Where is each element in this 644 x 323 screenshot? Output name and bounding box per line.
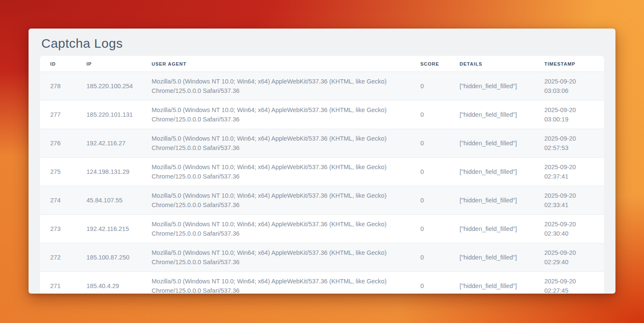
cell-timestamp: 2025-09-20 02:37:41 — [539, 157, 604, 186]
cell-timestamp: 2025-09-20 02:29:40 — [539, 243, 604, 271]
page-title: Captcha Logs — [41, 35, 603, 52]
cell-ip: 185.220.100.254 — [81, 72, 147, 100]
cell-user-agent: Mozilla/5.0 (Windows NT 10.0; Win64; x64… — [147, 186, 415, 214]
cell-details: ["hidden_field_filled"] — [454, 157, 539, 186]
cell-user-agent: Mozilla/5.0 (Windows NT 10.0; Win64; x64… — [147, 271, 415, 294]
captcha-logs-table: ID IP USER AGENT SCORE DETAILS TIMESTAMP… — [40, 56, 604, 294]
cell-score: 0 — [415, 72, 454, 100]
cell-score: 0 — [415, 129, 454, 157]
cell-timestamp: 2025-09-20 02:27:45 — [539, 271, 604, 294]
column-header-user-agent: USER AGENT — [147, 56, 415, 72]
column-header-timestamp: TIMESTAMP — [539, 56, 604, 72]
table-row: 273192.42.116.215Mozilla/5.0 (Windows NT… — [40, 214, 604, 243]
table-row: 277185.220.101.131Mozilla/5.0 (Windows N… — [40, 100, 604, 129]
cell-details: ["hidden_field_filled"] — [454, 243, 539, 271]
cell-details: ["hidden_field_filled"] — [454, 214, 539, 243]
table-row: 272185.100.87.250Mozilla/5.0 (Windows NT… — [40, 243, 604, 271]
cell-score: 0 — [415, 157, 454, 186]
cell-ip: 192.42.116.27 — [81, 129, 147, 157]
cell-id: 272 — [40, 243, 81, 271]
cell-user-agent: Mozilla/5.0 (Windows NT 10.0; Win64; x64… — [147, 243, 415, 271]
cell-score: 0 — [415, 243, 454, 271]
cell-score: 0 — [415, 214, 454, 243]
cell-details: ["hidden_field_filled"] — [454, 72, 539, 100]
cell-id: 274 — [40, 186, 81, 214]
cell-score: 0 — [415, 271, 454, 294]
cell-id: 275 — [40, 157, 81, 186]
cell-ip: 185.100.87.250 — [81, 243, 147, 271]
cell-id: 278 — [40, 72, 81, 100]
cell-id: 273 — [40, 214, 81, 243]
cell-ip: 192.42.116.215 — [81, 214, 147, 243]
cell-details: ["hidden_field_filled"] — [454, 271, 539, 294]
cell-user-agent: Mozilla/5.0 (Windows NT 10.0; Win64; x64… — [147, 157, 415, 186]
cell-ip: 185.220.101.131 — [81, 100, 147, 129]
cell-details: ["hidden_field_filled"] — [454, 129, 539, 157]
column-header-id: ID — [40, 56, 81, 72]
table-header: ID IP USER AGENT SCORE DETAILS TIMESTAMP — [40, 56, 604, 72]
cell-id: 276 — [40, 129, 81, 157]
captcha-logs-card: Captcha Logs ID IP USER AGENT SCORE DETA… — [29, 29, 615, 294]
table-row: 276192.42.116.27Mozilla/5.0 (Windows NT … — [40, 129, 604, 157]
cell-ip: 45.84.107.55 — [81, 186, 147, 214]
cell-user-agent: Mozilla/5.0 (Windows NT 10.0; Win64; x64… — [147, 129, 415, 157]
cell-score: 0 — [415, 100, 454, 129]
column-header-score: SCORE — [415, 56, 454, 72]
logs-table-container: ID IP USER AGENT SCORE DETAILS TIMESTAMP… — [40, 56, 604, 294]
cell-timestamp: 2025-09-20 02:57:53 — [539, 129, 604, 157]
cell-user-agent: Mozilla/5.0 (Windows NT 10.0; Win64; x64… — [147, 214, 415, 243]
cell-id: 277 — [40, 100, 81, 129]
cell-user-agent: Mozilla/5.0 (Windows NT 10.0; Win64; x64… — [147, 100, 415, 129]
column-header-details: DETAILS — [454, 56, 539, 72]
column-header-ip: IP — [81, 56, 147, 72]
cell-timestamp: 2025-09-20 02:30:40 — [539, 214, 604, 243]
table-row: 275124.198.131.29Mozilla/5.0 (Windows NT… — [40, 157, 604, 186]
cell-ip: 185.40.4.29 — [81, 271, 147, 294]
cell-user-agent: Mozilla/5.0 (Windows NT 10.0; Win64; x64… — [147, 72, 415, 100]
cell-score: 0 — [415, 186, 454, 214]
table-row: 271185.40.4.29Mozilla/5.0 (Windows NT 10… — [40, 271, 604, 294]
table-row: 27445.84.107.55Mozilla/5.0 (Windows NT 1… — [40, 186, 604, 214]
cell-details: ["hidden_field_filled"] — [454, 186, 539, 214]
cell-timestamp: 2025-09-20 02:33:41 — [539, 186, 604, 214]
cell-ip: 124.198.131.29 — [81, 157, 147, 186]
table-body: 278185.220.100.254Mozilla/5.0 (Windows N… — [40, 72, 604, 294]
cell-id: 271 — [40, 271, 81, 294]
cell-timestamp: 2025-09-20 03:03:06 — [539, 72, 604, 100]
cell-details: ["hidden_field_filled"] — [454, 100, 539, 129]
table-row: 278185.220.100.254Mozilla/5.0 (Windows N… — [40, 72, 604, 100]
cell-timestamp: 2025-09-20 03:00:19 — [539, 100, 604, 129]
